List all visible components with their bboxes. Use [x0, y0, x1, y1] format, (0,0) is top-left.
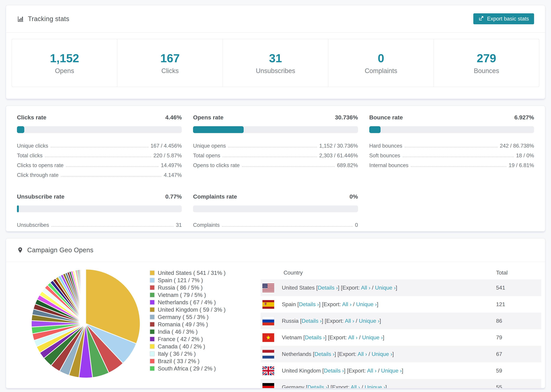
- stat-label: Clicks: [161, 67, 179, 75]
- rate-header: Opens rate 30.736%: [193, 114, 358, 121]
- legend-label: Russia ( 86 / 5% ): [158, 284, 203, 291]
- legend-swatch: [150, 293, 155, 297]
- bracket-text: [: [299, 318, 302, 324]
- export-unique-link[interactable]: Unique ›: [375, 285, 396, 291]
- rate-detail-list: Complaints 0: [193, 218, 358, 228]
- export-unique-link[interactable]: Unique ›: [372, 351, 392, 357]
- total-cell: 121: [496, 301, 539, 308]
- legend-swatch: [150, 366, 155, 371]
- rate-detail-row: Total clicks 220 / 5.87%: [17, 149, 182, 159]
- export-all-link[interactable]: All ›: [358, 351, 367, 357]
- detail-value: 689.82%: [337, 162, 358, 168]
- detail-value: 242 / 86.738%: [500, 143, 534, 149]
- flag-vn-icon: [262, 333, 274, 342]
- legend-label: France ( 42 / 2% ): [158, 336, 203, 343]
- export-unique-link[interactable]: Unique ›: [359, 318, 380, 324]
- column-header-country: Country: [262, 270, 496, 276]
- tracking-stats-card: Tracking stats Export basic stats 1,152 …: [6, 5, 545, 99]
- legend-swatch: [150, 285, 155, 290]
- country-name: Russia: [282, 318, 299, 324]
- rate-header: Clicks rate 4.46%: [17, 114, 182, 121]
- legend-label: United States ( 541 / 31% ): [158, 270, 226, 276]
- flag-ru-icon: [262, 317, 274, 325]
- progress-bar-track: [369, 126, 534, 133]
- country-cell: United Kingdom [Details ›] [Export: All …: [282, 368, 496, 374]
- export-all-link[interactable]: All ›: [367, 368, 376, 374]
- progress-bar-track: [193, 126, 358, 133]
- geo-pie-chart[interactable]: [29, 267, 142, 380]
- export-icon: [479, 15, 484, 22]
- table-row: Germany [Details ›] [Export: All › / Uni…: [261, 379, 541, 388]
- legend-swatch: [150, 307, 155, 312]
- legend-swatch: [150, 329, 155, 334]
- rates-grid: Clicks rate 4.46% Unique clicks 167 / 4.…: [6, 106, 545, 236]
- geo-pie-wrap: [29, 267, 142, 388]
- bracket-text: [: [311, 351, 315, 357]
- slash-text: /: [360, 384, 365, 388]
- country-cell: Spain [Details ›] [Export: All › / Uniqu…: [282, 301, 496, 308]
- bracket-text: ]: [392, 351, 394, 357]
- flag-es-icon: [262, 300, 274, 309]
- page-title: Tracking stats: [28, 15, 69, 23]
- dotted-leader: [228, 147, 317, 147]
- country-name: Netherlands: [282, 351, 311, 357]
- stat-value: 1,152: [50, 51, 79, 65]
- bracket-text: [: [315, 285, 318, 291]
- legend-swatch: [150, 351, 155, 356]
- details-link[interactable]: Details ›: [302, 318, 322, 324]
- legend-label: South Africa ( 29 / 2% ): [158, 365, 216, 372]
- export-unique-link[interactable]: Unique ›: [365, 384, 385, 388]
- details-link[interactable]: Details ›: [314, 351, 334, 357]
- details-link[interactable]: Details ›: [299, 301, 319, 307]
- geo-title: Campaign Geo Opens: [27, 246, 93, 254]
- legend-label: Vietnam ( 79 / 5% ): [158, 292, 206, 298]
- rate-title: Bounce rate: [369, 114, 403, 121]
- details-link[interactable]: Details ›: [318, 285, 338, 291]
- export-all-link[interactable]: All ›: [345, 318, 354, 324]
- legend-label: Romania ( 49 / 3% ): [158, 321, 208, 328]
- legend-item: United Kingdom ( 59 / 3% ): [150, 306, 261, 313]
- slash-text: /: [352, 301, 356, 307]
- dotted-leader: [222, 226, 353, 227]
- stat-box: 167 Clicks: [117, 39, 222, 87]
- stat-value: 167: [160, 51, 180, 65]
- stat-box: 0 Complaints: [328, 39, 433, 87]
- detail-label: Soft bounces: [369, 153, 400, 159]
- total-cell: 541: [496, 285, 539, 291]
- stat-value: 31: [269, 51, 282, 65]
- export-unique-link[interactable]: Unique ›: [362, 334, 383, 341]
- map-pin-icon: [17, 247, 23, 253]
- detail-value: 0: [355, 222, 358, 228]
- progress-bar-track: [193, 205, 358, 212]
- stat-label: Complaints: [365, 67, 397, 75]
- export-all-link[interactable]: All ›: [361, 285, 370, 291]
- country-name: Vietnam: [282, 334, 302, 341]
- rate-value: 0%: [350, 193, 358, 200]
- bracket-text: ] [Export:: [344, 368, 367, 374]
- bracket-text: ] [Export:: [319, 301, 342, 307]
- export-unique-link[interactable]: Unique ›: [381, 368, 402, 374]
- dotted-leader: [51, 147, 148, 147]
- legend-swatch: [150, 344, 155, 349]
- export-all-link[interactable]: All ›: [351, 384, 360, 388]
- export-all-link[interactable]: All ›: [348, 334, 357, 341]
- legend-label: Brazil ( 33 / 2% ): [158, 358, 199, 364]
- geo-legend: United States ( 541 / 31% ) Spain ( 121 …: [150, 269, 261, 388]
- legend-swatch: [150, 278, 155, 283]
- legend-item: Germany ( 55 / 3% ): [150, 313, 261, 321]
- bracket-text: [: [302, 334, 305, 341]
- detail-value: 18 / 0%: [516, 153, 534, 159]
- details-link[interactable]: Details ›: [324, 368, 344, 374]
- legend-item: South Africa ( 29 / 2% ): [150, 365, 261, 372]
- detail-label: Opens to clicks rate: [193, 162, 240, 168]
- bracket-text: ]: [385, 384, 387, 388]
- rate-title: Opens rate: [193, 114, 224, 121]
- details-link[interactable]: Details ›: [307, 384, 327, 388]
- export-unique-link[interactable]: Unique ›: [356, 301, 377, 307]
- export-basic-stats-button[interactable]: Export basic stats: [473, 13, 534, 24]
- rate-title: Unsubscribe rate: [17, 193, 64, 200]
- export-all-link[interactable]: All ›: [342, 301, 352, 307]
- table-header: Country Total: [261, 266, 541, 280]
- progress-bar-fill: [193, 126, 244, 133]
- details-link[interactable]: Details ›: [305, 334, 325, 341]
